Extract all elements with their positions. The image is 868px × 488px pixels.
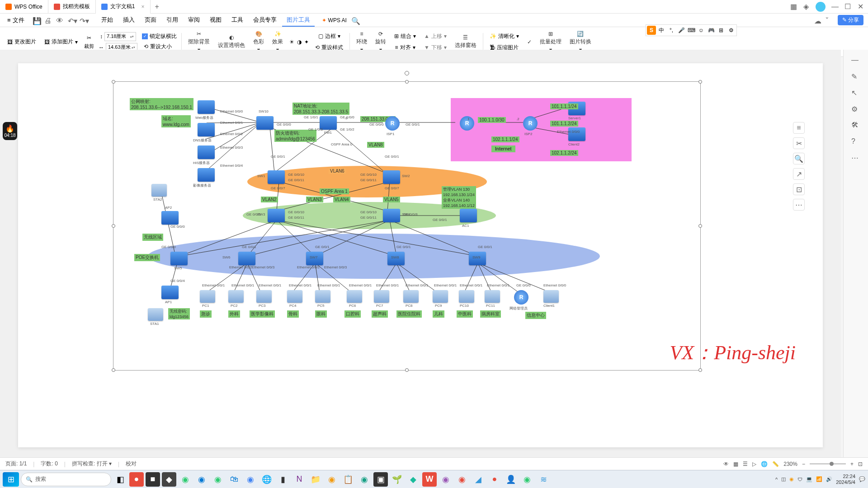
- check-button[interactable]: ✓: [525, 38, 533, 46]
- menu-hamburger[interactable]: ≡ 文件: [5, 16, 27, 24]
- sharpen-icon[interactable]: ✦: [304, 39, 309, 45]
- zoom-out-icon[interactable]: −: [802, 461, 805, 467]
- ime-grid-icon[interactable]: ⊞: [717, 26, 726, 35]
- tb-app15[interactable]: ●: [487, 472, 502, 487]
- group-button[interactable]: ⊞ 组合▾: [392, 32, 418, 41]
- handle-e[interactable]: [698, 224, 702, 228]
- redo-icon[interactable]: ↷▾: [80, 17, 87, 24]
- width-input[interactable]: 7.18厘米▴▾: [104, 32, 136, 41]
- proofread[interactable]: 校对: [126, 460, 137, 468]
- ctx-more-icon[interactable]: ⋯: [793, 199, 805, 211]
- rotate-handle[interactable]: [405, 71, 409, 75]
- tray-notif[interactable]: 💬: [859, 476, 865, 482]
- wps-ai-button[interactable]: ✦WPS AI: [322, 17, 347, 23]
- view-outline-icon[interactable]: ☰: [743, 461, 748, 467]
- tb-wechat[interactable]: ◉: [211, 472, 225, 487]
- tab-document[interactable]: 文字文稿1×: [96, 0, 151, 14]
- change-image-button[interactable]: 🖼 更改图片: [5, 37, 38, 47]
- rside-more-icon[interactable]: ⋯: [851, 154, 860, 163]
- zoom-in-icon[interactable]: +: [850, 461, 854, 467]
- handle-n[interactable]: [405, 80, 409, 84]
- tab-docer[interactable]: 找稻壳模板: [48, 0, 96, 14]
- save-icon[interactable]: 💾: [33, 17, 40, 24]
- add-image-button[interactable]: 🖼 添加图片 ▾: [42, 37, 80, 47]
- selected-image[interactable]: 公网映射:208.151.33.6-->192.168.150.1 域名:www…: [113, 81, 701, 371]
- tray-volume[interactable]: 🔊: [826, 476, 832, 482]
- view-read-icon[interactable]: ▷: [752, 461, 756, 467]
- search-icon[interactable]: 🔍: [351, 17, 359, 24]
- maximize-icon[interactable]: ☐: [844, 4, 851, 10]
- streak-badge[interactable]: 🔥 04:18: [3, 122, 17, 140]
- close-icon[interactable]: ×: [141, 4, 144, 10]
- tray-icon3[interactable]: 🛡: [797, 477, 802, 482]
- sel-pane-button[interactable]: ☰选择窗格: [453, 33, 478, 50]
- tb-app12[interactable]: ◉: [439, 472, 453, 487]
- ctx-export-icon[interactable]: ↗: [793, 168, 805, 180]
- ime-punct-icon[interactable]: °,: [667, 26, 676, 35]
- ime-sogou-icon[interactable]: S: [647, 26, 656, 35]
- share-button[interactable]: ✎ 分享: [838, 15, 863, 25]
- word-count[interactable]: 字数: 0: [41, 460, 57, 468]
- lock-ratio-checkbox[interactable]: ✓: [142, 33, 148, 39]
- tab-insert[interactable]: 插入: [118, 14, 139, 27]
- tb-edge[interactable]: ◉: [194, 472, 209, 487]
- ime-face-icon[interactable]: ☺: [697, 26, 706, 35]
- window-grid-icon[interactable]: ▦: [790, 4, 797, 10]
- tb-app10[interactable]: 🌱: [390, 472, 404, 487]
- tb-app13[interactable]: ◉: [455, 472, 469, 487]
- tab-member[interactable]: 会员专享: [249, 14, 281, 27]
- new-tab-button[interactable]: +: [151, 3, 164, 11]
- tab-review[interactable]: 审阅: [184, 14, 204, 27]
- ime-mic-icon[interactable]: 🎤: [677, 26, 686, 35]
- ime-game-icon[interactable]: 🎮: [707, 26, 716, 35]
- rside-settings-icon[interactable]: ⚙: [851, 105, 860, 114]
- tb-chrome[interactable]: 🌐: [259, 472, 274, 487]
- ime-kb-icon[interactable]: ⌨: [687, 26, 696, 35]
- tb-app2[interactable]: ■: [146, 472, 160, 487]
- tb-app6[interactable]: ◉: [325, 472, 339, 487]
- tab-wps[interactable]: WPS Office: [0, 0, 48, 14]
- handle-w[interactable]: [112, 224, 115, 228]
- tab-picture-tools[interactable]: 图片工具: [282, 14, 315, 27]
- tab-ref[interactable]: 引用: [162, 14, 183, 27]
- set-trans-button[interactable]: ◐设置透明色: [216, 33, 247, 50]
- crop-button[interactable]: ✂: [85, 34, 93, 42]
- handle-s[interactable]: [405, 368, 409, 372]
- tray-wifi[interactable]: 📶: [816, 476, 822, 482]
- rside-tool-icon[interactable]: 🛠: [851, 121, 860, 130]
- ime-zh-icon[interactable]: 中: [657, 26, 666, 35]
- ime-gear-icon[interactable]: ⚙: [726, 26, 736, 35]
- tb-app11[interactable]: ◆: [406, 472, 420, 487]
- contrast-icon[interactable]: ◑: [297, 39, 302, 45]
- view-page-icon[interactable]: ▦: [733, 461, 738, 467]
- fit-icon[interactable]: ⊡: [858, 461, 863, 467]
- undo-icon[interactable]: ↶▾: [68, 17, 75, 24]
- tb-app1[interactable]: ●: [129, 472, 144, 487]
- handle-ne[interactable]: [698, 80, 702, 84]
- ctx-fit-icon[interactable]: ⊡: [793, 183, 805, 195]
- minimize-icon[interactable]: —: [832, 4, 838, 10]
- tray-chevron[interactable]: ^: [775, 477, 778, 482]
- cloud-icon[interactable]: ☁: [814, 17, 821, 24]
- view-web-icon[interactable]: 🌐: [761, 461, 768, 467]
- tb-explorer[interactable]: 📁: [308, 472, 323, 487]
- tab-view[interactable]: 视图: [205, 14, 226, 27]
- tb-app4[interactable]: ◉: [243, 472, 258, 487]
- tb-app7[interactable]: 📋: [341, 472, 355, 487]
- spellcheck-status[interactable]: 拼写检查: 打开 ▾: [72, 460, 112, 468]
- print-preview-icon[interactable]: 👁: [56, 17, 63, 24]
- handle-se[interactable]: [698, 368, 702, 372]
- tb-app8[interactable]: ◉: [357, 472, 372, 487]
- tb-taskview[interactable]: ◧: [113, 472, 127, 487]
- border-button[interactable]: ▢ 边框▾: [316, 32, 342, 41]
- tray-icon1[interactable]: ◫: [781, 476, 786, 482]
- ctx-crop-icon[interactable]: ✂: [793, 137, 805, 149]
- tray-icon4[interactable]: 💻: [806, 476, 812, 482]
- tab-start[interactable]: 开始: [97, 14, 118, 27]
- rside-help-icon[interactable]: ?: [851, 137, 860, 146]
- clock[interactable]: 22:242024/5/4: [836, 474, 855, 485]
- tb-app3[interactable]: ◆: [162, 472, 176, 487]
- avatar[interactable]: [816, 2, 826, 12]
- page-indicator[interactable]: 页面: 1/1: [5, 460, 27, 468]
- tb-360[interactable]: ◉: [178, 472, 193, 487]
